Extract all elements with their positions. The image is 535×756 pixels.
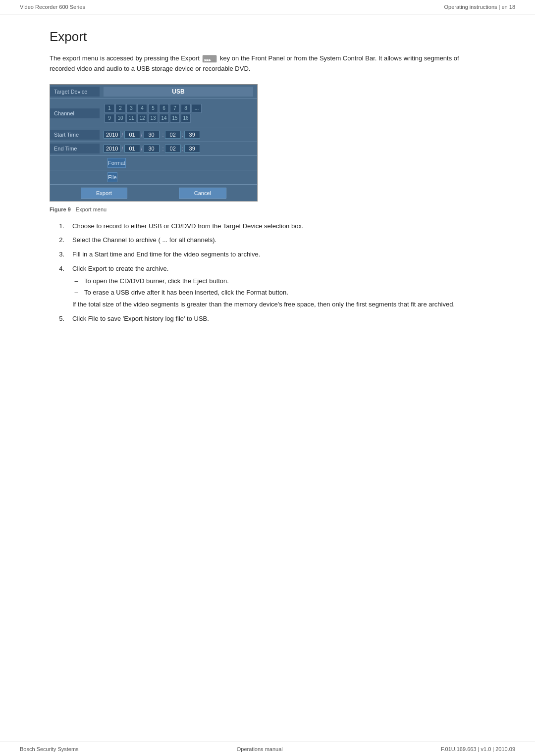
figure-text: Export menu: [76, 206, 107, 212]
channel-2[interactable]: 2: [115, 104, 125, 113]
page-title: Export: [50, 29, 485, 45]
end-time-label: End Time: [50, 144, 100, 153]
channel-grid-container: 1 2 3 4 5 6 7 8 ... 9 10 11 12: [100, 101, 257, 126]
channel-1[interactable]: 1: [105, 104, 114, 113]
channel-7[interactable]: 7: [170, 104, 180, 113]
end-time-field: 2010 / 01 / 30 : 02 : 39: [104, 145, 200, 152]
start-hour[interactable]: 02: [165, 131, 181, 139]
start-min[interactable]: 39: [184, 131, 200, 139]
export-button[interactable]: Export: [81, 188, 127, 199]
instruction-4: 4. Click Export to create the archive. –…: [50, 264, 485, 310]
target-device-value: USB: [100, 85, 257, 99]
figure-caption: Figure 9 Export menu: [50, 206, 485, 212]
channel-4[interactable]: 4: [137, 104, 147, 113]
start-time-value: 2010 / 01 / 30 : 02 : 39: [100, 129, 257, 141]
channel-label: Channel: [50, 108, 100, 118]
channel-9[interactable]: 9: [105, 114, 114, 123]
channel-row: Channel 1 2 3 4 5 6 7 8 ... 9: [50, 99, 257, 128]
start-time-row: Start Time 2010 / 01 / 30 : 02 : 39: [50, 128, 257, 142]
file-btn-container: File: [100, 170, 257, 184]
end-day[interactable]: 30: [144, 145, 160, 152]
instruction-4-extra: If the total size of the video segments …: [72, 301, 455, 308]
channel-6[interactable]: 6: [159, 104, 169, 113]
end-month[interactable]: 01: [124, 145, 140, 152]
start-day[interactable]: 30: [144, 131, 160, 139]
usb-label: USB: [104, 87, 253, 97]
instructions-list: 1. Choose to record to either USB or CD/…: [50, 221, 485, 324]
end-min[interactable]: 39: [184, 145, 200, 152]
channel-all[interactable]: ...: [192, 104, 202, 113]
start-year[interactable]: 2010: [104, 131, 120, 139]
instruction-5: 5. Click File to save 'Export history lo…: [50, 314, 485, 324]
footer-left: Bosch Security Systems: [20, 746, 79, 752]
sub-list-4: – To open the CD/DVD burner, click the E…: [72, 276, 485, 298]
channel-5[interactable]: 5: [148, 104, 158, 113]
start-month[interactable]: 01: [124, 131, 140, 139]
channel-16[interactable]: 16: [181, 114, 191, 123]
channel-row-2: 9 10 11 12 13 14 15 16: [105, 114, 202, 123]
end-time-value: 2010 / 01 / 30 : 02 : 39: [100, 143, 257, 154]
end-year[interactable]: 2010: [104, 145, 120, 152]
channel-10[interactable]: 10: [115, 114, 125, 123]
target-device-row: Target Device USB: [50, 85, 257, 99]
instruction-2: 2. Select the Channel to archive ( ... f…: [50, 235, 485, 246]
format-btn-container: Format: [100, 156, 257, 170]
start-time-label: Start Time: [50, 130, 100, 140]
export-ui-screenshot: Target Device USB Channel 1 2 3 4 5 6 7: [50, 84, 258, 202]
channel-3[interactable]: 3: [126, 104, 136, 113]
file-row: File: [50, 170, 257, 185]
channel-11[interactable]: 11: [126, 114, 136, 123]
instruction-1: 1. Choose to record to either USB or CD/…: [50, 221, 485, 232]
channel-13[interactable]: 13: [148, 114, 158, 123]
intro-paragraph: The export menu is accessed by pressing …: [50, 53, 485, 74]
cancel-button[interactable]: Cancel: [179, 188, 226, 199]
end-hour[interactable]: 02: [165, 145, 181, 152]
format-row: Format: [50, 156, 257, 170]
footer-center: Operations manual: [237, 746, 283, 752]
end-time-row: End Time 2010 / 01 / 30 : 02 : 39: [50, 142, 257, 156]
action-buttons-row: Export Cancel: [50, 185, 257, 201]
footer-right: F.01U.169.663 | v1.0 | 2010.09: [441, 746, 515, 752]
format-button[interactable]: Format: [107, 158, 126, 168]
header-left: Video Recorder 600 Series: [20, 4, 85, 10]
channel-8[interactable]: 8: [181, 104, 191, 113]
header-bar: Video Recorder 600 Series Operating inst…: [0, 0, 535, 14]
sub-item-4b: – To erase a USB drive after it has been…: [72, 288, 485, 298]
channel-12[interactable]: 12: [137, 114, 147, 123]
start-time-field: 2010 / 01 / 30 : 02 : 39: [104, 131, 200, 139]
channel-14[interactable]: 14: [159, 114, 169, 123]
format-label-spacer: [50, 161, 100, 165]
channel-row-1: 1 2 3 4 5 6 7 8 ...: [105, 104, 202, 113]
file-label-spacer: [50, 175, 100, 179]
figure-label: Figure 9: [50, 206, 71, 212]
export-icon: ▶▶▶: [203, 55, 216, 62]
footer-bar: Bosch Security Systems Operations manual…: [0, 742, 535, 756]
target-device-label: Target Device: [50, 87, 100, 97]
sub-item-4a: – To open the CD/DVD burner, click the E…: [72, 276, 485, 287]
header-right: Operating instructions | en 18: [444, 4, 516, 10]
channel-15[interactable]: 15: [170, 114, 180, 123]
main-content: Export The export menu is accessed by pr…: [0, 14, 535, 358]
file-button[interactable]: File: [107, 172, 117, 182]
channel-grid: 1 2 3 4 5 6 7 8 ... 9 10 11 12: [104, 103, 203, 124]
instruction-3: 3. Fill in a Start time and End time for…: [50, 250, 485, 260]
